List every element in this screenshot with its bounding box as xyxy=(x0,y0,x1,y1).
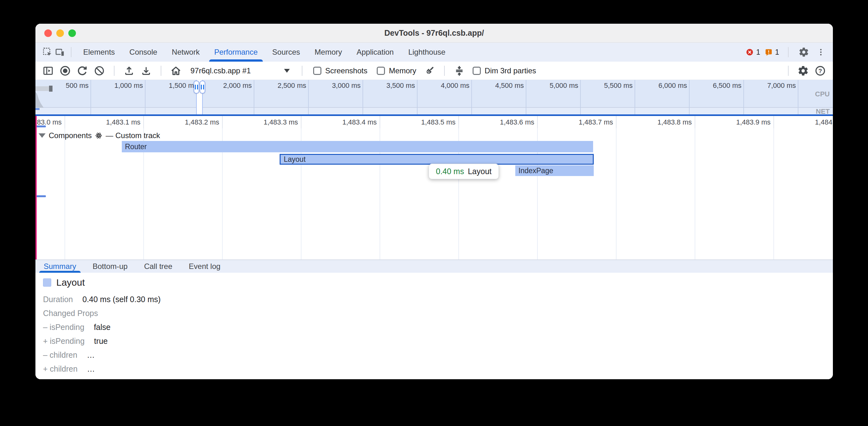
minimap-tick-label: 6,500 ms xyxy=(713,81,742,90)
inspect-element-icon[interactable] xyxy=(41,46,54,59)
summary-row-value[interactable]: … xyxy=(87,364,95,373)
tab-console[interactable]: Console xyxy=(129,43,157,62)
summary-row-value: false xyxy=(94,323,111,332)
desktop-background: DevTools - 97r6ql.csb.app/ ElementsConso… xyxy=(0,0,868,426)
summary-row-value: true xyxy=(94,336,107,346)
net-lane-label: NET xyxy=(816,107,830,114)
minimap-gridline xyxy=(417,80,417,114)
minimap-gridline xyxy=(471,80,472,114)
tab-memory[interactable]: Memory xyxy=(315,43,342,62)
summary-event-name: Layout xyxy=(56,277,85,288)
capture-settings-gear-icon[interactable] xyxy=(796,64,810,78)
more-options-icon[interactable] xyxy=(814,46,827,59)
record-button[interactable] xyxy=(58,64,72,78)
flame-bar-layout[interactable]: Layout xyxy=(280,154,594,165)
event-tooltip: 0.40 ms Layout xyxy=(429,164,499,179)
collapse-tracks-icon[interactable] xyxy=(452,64,466,78)
record-and-reload-button[interactable] xyxy=(75,64,89,78)
summary-row: Changed Props xyxy=(43,306,833,320)
selection-right-grip[interactable] xyxy=(199,80,205,94)
track-name: Components xyxy=(49,131,92,140)
summary-row: – children… xyxy=(43,348,833,362)
svg-text:?: ? xyxy=(818,67,822,74)
clear-button[interactable] xyxy=(92,64,106,78)
tooltip-event-name: Layout xyxy=(468,167,492,176)
minimap-tick-label: 1,000 ms xyxy=(115,81,143,90)
ruler-gridline xyxy=(695,116,695,128)
summary-rows: Duration0.40 ms (self 0.30 ms)Changed Pr… xyxy=(43,292,833,376)
minimap-gridline xyxy=(798,80,798,114)
summary-row-label: Changed Props xyxy=(43,309,98,318)
react-atom-icon xyxy=(95,132,102,139)
minimap-selection-window[interactable] xyxy=(196,80,203,114)
main-tab-list: ElementsConsoleNetworkPerformanceSources… xyxy=(76,43,453,62)
details-tab-summary[interactable]: Summary xyxy=(44,260,76,273)
ruler-tick-label: 1,483.2 ms xyxy=(185,118,219,126)
minimap-gridline xyxy=(743,80,744,114)
details-tab-event-log[interactable]: Event log xyxy=(189,260,220,273)
summary-row-label: Duration xyxy=(43,295,73,304)
live-metrics-home-icon[interactable] xyxy=(169,64,183,78)
screenshots-checkbox[interactable] xyxy=(313,67,321,75)
history-selector[interactable]: 97r6ql.csb.app #1 xyxy=(188,66,292,75)
minimap-gridline xyxy=(308,80,309,114)
details-tab-bottom-up[interactable]: Bottom-up xyxy=(93,260,128,273)
screenshots-option: Screenshots xyxy=(313,66,367,75)
console-errors-badge[interactable]: 1 xyxy=(746,48,760,57)
minimap-gridline xyxy=(90,80,91,114)
tabbar-right: 1 1 xyxy=(746,46,827,59)
tab-network[interactable]: Network xyxy=(172,43,199,62)
detail-time-ruler: 1,483.0 ms1,483.1 ms1,483.2 ms1,483.3 ms… xyxy=(35,116,833,128)
minimap-tick-label: 7,000 ms xyxy=(767,81,796,90)
minimap-left-handle-knob[interactable] xyxy=(49,86,53,92)
minimap-gridline xyxy=(145,80,146,114)
divider xyxy=(444,66,445,76)
timeline-minimap[interactable]: CPU NET 500 ms1,000 ms1,500 ms2,000 ms2,… xyxy=(35,79,833,114)
tab-elements[interactable]: Elements xyxy=(83,43,115,62)
settings-gear-icon[interactable] xyxy=(798,46,810,59)
dim-3rd-parties-checkbox[interactable] xyxy=(473,67,481,75)
minimap-tick-label: 5,500 ms xyxy=(604,81,633,90)
device-toolbar-icon[interactable] xyxy=(54,46,66,59)
summary-pane: Layout Duration0.40 ms (self 0.30 ms)Cha… xyxy=(35,273,833,379)
tooltip-duration: 0.40 ms xyxy=(436,167,464,176)
minimap-tick-label: 3,500 ms xyxy=(386,81,415,90)
minimap-tick-label: 2,500 ms xyxy=(278,81,307,90)
flame-gridline xyxy=(695,128,695,259)
minimap-cpu-activity xyxy=(35,92,44,108)
minimap-tick-label: 4,500 ms xyxy=(495,81,524,90)
selection-left-grip[interactable] xyxy=(194,80,199,94)
custom-track-header: Components — Custom track xyxy=(39,131,160,140)
help-icon[interactable]: ? xyxy=(813,64,827,78)
minimap-gridline xyxy=(689,80,690,114)
memory-checkbox[interactable] xyxy=(377,67,385,75)
window-title: DevTools - 97r6ql.csb.app/ xyxy=(35,28,833,38)
chevron-down-icon xyxy=(284,69,290,73)
collect-garbage-icon[interactable] xyxy=(423,64,437,78)
devtools-window: DevTools - 97r6ql.csb.app/ ElementsConso… xyxy=(35,24,833,379)
flame-bar-indexpage[interactable]: IndexPage xyxy=(515,165,594,176)
tab-performance[interactable]: Performance xyxy=(214,43,257,62)
event-color-swatch xyxy=(43,278,51,287)
summary-row-value[interactable]: … xyxy=(87,351,95,360)
collapse-track-triangle-icon[interactable] xyxy=(39,133,45,138)
show-sidebar-icon[interactable] xyxy=(41,64,55,78)
flame-gridline xyxy=(616,128,617,259)
tab-sources[interactable]: Sources xyxy=(272,43,300,62)
tab-lighthouse[interactable]: Lighthouse xyxy=(408,43,445,62)
flame-chart[interactable]: Components — Custom track RouterLayoutIn… xyxy=(35,128,833,259)
screenshots-label: Screenshots xyxy=(325,66,367,75)
issues-badge[interactable]: 1 xyxy=(765,48,779,57)
details-tabbar: SummaryBottom-upCall treeEvent log xyxy=(35,259,833,273)
tab-application[interactable]: Application xyxy=(356,43,394,62)
ruler-gridline xyxy=(222,116,223,128)
ruler-gridline xyxy=(773,116,774,128)
minimap-gridline xyxy=(580,80,581,114)
minimap-tick-label: 6,000 ms xyxy=(659,81,687,90)
ruler-gridline xyxy=(143,116,144,128)
upload-profile-icon[interactable] xyxy=(122,64,136,78)
memory-label: Memory xyxy=(389,66,416,75)
flame-bar-router[interactable]: Router xyxy=(122,141,593,152)
download-profile-icon[interactable] xyxy=(139,64,153,78)
details-tab-call-tree[interactable]: Call tree xyxy=(144,260,172,273)
